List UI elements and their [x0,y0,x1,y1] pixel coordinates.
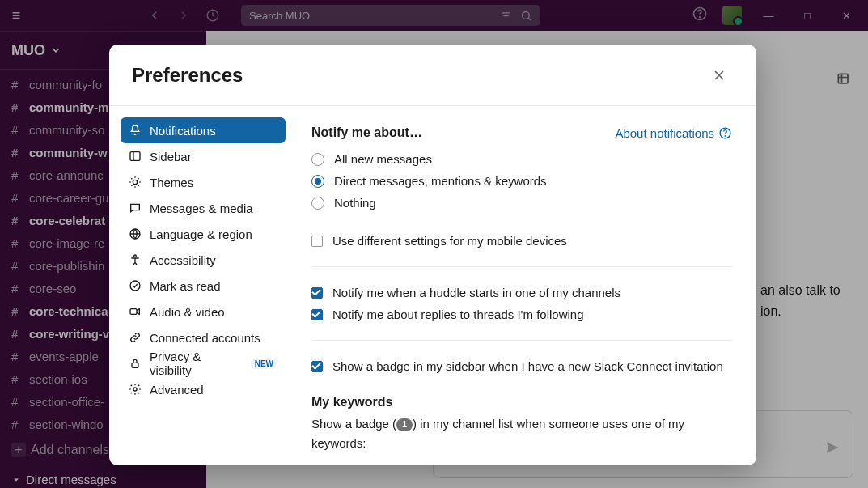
gear-icon [129,383,142,396]
svg-point-6 [133,180,137,184]
keyword-count-badge: 1 [396,418,413,431]
new-badge: NEW [251,359,277,369]
pref-nav-audio[interactable]: Audio & video [121,299,286,325]
pref-nav-label: Notifications [150,124,216,138]
pref-nav-advanced[interactable]: Advanced [121,376,286,402]
checkbox-icon [311,361,323,372]
pref-nav-connected[interactable]: Connected accounts [121,325,286,350]
svg-rect-11 [132,363,138,367]
connect-badge-checkbox[interactable]: Show a badge in my sidebar when I have a… [311,355,732,377]
option-label: All new messages [334,152,432,166]
thread-notify-checkbox[interactable]: Notify me about replies to threads I'm f… [311,303,732,325]
pref-nav-label: Mark as read [150,279,221,293]
pref-nav-label: Language & region [150,227,252,241]
preferences-content: Notify me about… About notifications All… [297,106,756,465]
radio-icon [311,175,324,188]
pref-nav-language[interactable]: Language & region [121,221,286,247]
pref-nav-label: Accessibility [150,253,216,267]
mobile-settings-checkbox[interactable]: Use different settings for my mobile dev… [311,230,732,252]
radio-icon [311,197,324,210]
option-label: Direct messages, mentions & keywords [334,174,547,188]
pref-nav-notifications[interactable]: Notifications [121,117,286,143]
pref-nav-label: Connected accounts [150,331,260,345]
checkbox-icon [311,287,323,299]
globe-icon [129,227,142,240]
sun-icon [129,176,142,189]
about-notifications-link[interactable]: About notifications [615,126,732,140]
pref-nav-themes[interactable]: Themes [121,169,286,195]
help-icon [718,126,732,140]
bell-icon [129,124,142,137]
pref-nav-accessibility[interactable]: Accessibility [121,247,286,273]
svg-point-14 [725,135,726,136]
check-icon [129,279,142,292]
notify-option-2[interactable]: Nothing [311,192,732,214]
pref-nav-markread[interactable]: Mark as read [121,273,286,299]
pref-nav-label: Sidebar [150,150,192,163]
svg-rect-10 [130,309,137,315]
notify-option-0[interactable]: All new messages [311,148,732,170]
preferences-nav: NotificationsSidebarThemesMessages & med… [109,106,297,465]
huddle-notify-checkbox[interactable]: Notify me when a huddle starts in one of… [311,282,732,303]
dialog-title: Preferences [132,64,243,87]
pref-nav-label: Advanced [150,383,204,397]
pref-nav-messages[interactable]: Messages & media [121,195,286,221]
access-icon [129,253,142,266]
checkbox-icon [311,236,323,247]
pref-nav-sidebar[interactable]: Sidebar [121,143,286,169]
close-dialog-button[interactable] [705,61,734,90]
lock-icon [129,357,142,370]
notify-option-1[interactable]: Direct messages, mentions & keywords [311,170,732,192]
pref-nav-label: Privacy & visibility [150,350,239,377]
svg-point-9 [130,281,140,291]
keywords-description: Show a badge (1) in my channel list when… [311,414,732,453]
pref-nav-label: Themes [150,176,193,189]
close-icon [711,67,727,83]
preferences-dialog: Preferences NotificationsSidebarThemesMe… [109,45,756,465]
message-icon [129,202,142,214]
svg-rect-5 [130,152,140,161]
layout-icon [129,150,142,163]
pref-nav-label: Audio & video [150,305,225,319]
option-label: Nothing [334,196,376,210]
pref-nav-label: Messages & media [150,202,253,215]
radio-icon [311,153,324,166]
link-icon [129,331,142,344]
keywords-heading: My keywords [311,395,732,409]
video-icon [129,305,142,318]
svg-point-8 [134,255,137,257]
notify-heading: Notify me about… [311,125,422,140]
checkbox-icon [311,309,323,320]
pref-nav-privacy[interactable]: Privacy & visibilityNEW [121,350,286,376]
svg-point-12 [133,388,137,391]
